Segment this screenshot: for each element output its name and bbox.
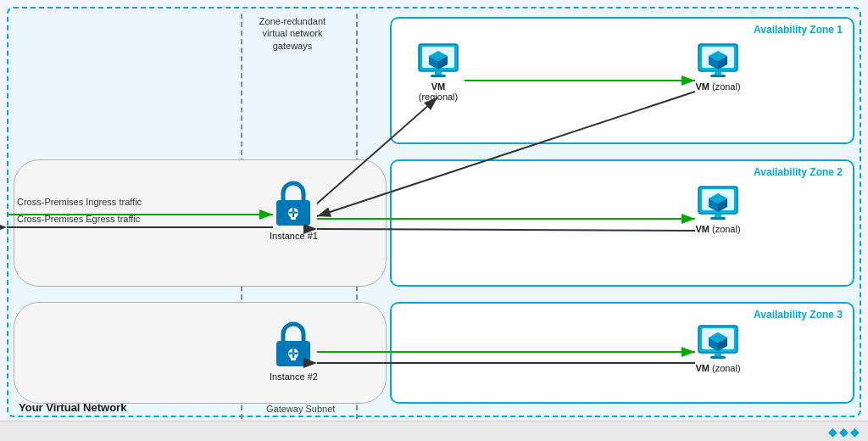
vm-zone1-icon: VM (zonal) [695,42,741,92]
vm-regional-svg [415,42,461,80]
egress-label: Cross-Premises Egress traffic [17,214,142,224]
az-label-1: Availability Zone 1 [754,24,843,36]
az-box-2: Availability Zone 2 [390,159,854,287]
bottom-dots: ◆◆◆ [828,425,861,438]
svg-rect-23 [710,217,726,220]
svg-rect-14 [715,71,721,75]
instance1-icon: ✛ Instance #1 [270,178,318,241]
instance2-icon: ✛ Instance #2 [270,319,318,382]
vm-zone2-label: VM (zonal) [695,224,740,234]
vm-regional-label: VM(regional) [419,81,458,102]
vm-regional-icon: VM(regional) [415,42,461,102]
traffic-labels: Cross-Premises Ingress traffic Cross-Pre… [17,197,142,231]
svg-rect-30 [715,353,721,356]
az-label-2: Availability Zone 2 [754,166,843,178]
az-label-3: Availability Zone 3 [754,309,843,321]
gateway-subnet-label: Gateway Subnet [263,404,338,414]
instance2-svg: ✛ [270,319,317,370]
vm-zone3-icon: VM (zonal) [695,324,741,373]
vm-zone1-svg [695,42,741,80]
instance2-label: Instance #2 [270,371,318,382]
ingress-label: Cross-Premises Ingress traffic [17,197,142,207]
zone-redundant-label: Zone-redundantvirtual networkgateways [246,15,339,52]
svg-rect-31 [710,356,726,359]
az-box-3: Availability Zone 3 [390,302,854,404]
vm-zone3-svg [695,324,741,361]
vm-zone2-svg [695,185,741,222]
svg-text:✛: ✛ [288,347,298,360]
instance1-label: Instance #1 [270,231,318,241]
svg-rect-6 [435,71,442,75]
svg-rect-7 [431,75,446,77]
virtual-network-label: Your Virtual Network [19,401,126,414]
bottom-bar: ◆◆◆ [0,421,868,441]
instance1-svg: ✛ [270,178,317,229]
vm-zone1-label: VM (zonal) [695,81,740,92]
diagram-container: Zone-redundantvirtual networkgateways Av… [0,0,868,441]
vm-zone3-label: VM (zonal) [695,363,740,373]
svg-text:✛: ✛ [288,206,298,220]
vm-zone2-icon: VM (zonal) [695,185,741,234]
svg-rect-15 [710,75,726,77]
row-bottom [14,302,387,404]
svg-rect-22 [715,214,721,217]
